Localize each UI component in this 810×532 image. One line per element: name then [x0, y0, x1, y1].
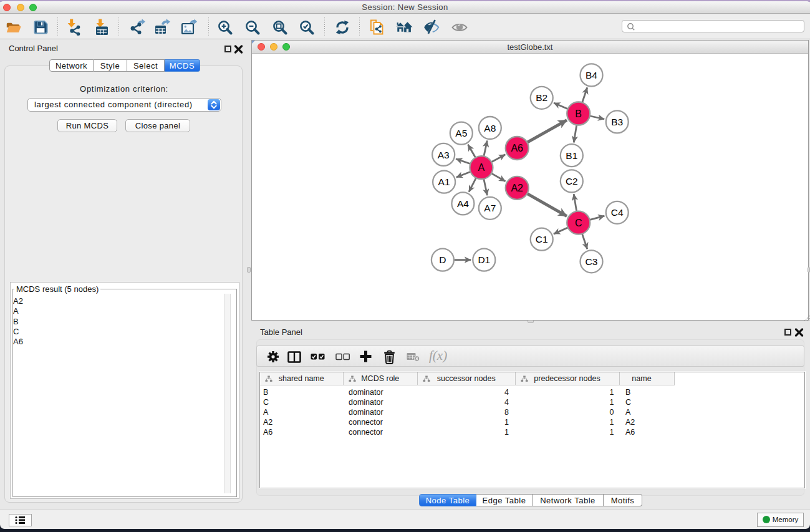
svg-text:A: A	[478, 162, 485, 173]
svg-text:D1: D1	[478, 254, 490, 265]
svg-text:C2: C2	[566, 176, 578, 186]
svg-text:A8: A8	[484, 123, 496, 133]
svg-text:B3: B3	[611, 117, 623, 127]
svg-text:A4: A4	[457, 198, 469, 209]
svg-text:A3: A3	[438, 150, 450, 160]
svg-text:A5: A5	[455, 128, 467, 138]
svg-text:A6: A6	[511, 143, 523, 153]
svg-text:B: B	[575, 109, 582, 119]
svg-text:D: D	[439, 254, 446, 265]
svg-text:A2: A2	[511, 183, 523, 193]
svg-text:C1: C1	[536, 234, 548, 244]
svg-text:A1: A1	[438, 177, 450, 187]
svg-text:B4: B4	[586, 70, 597, 80]
svg-text:B1: B1	[566, 150, 577, 161]
svg-text:B2: B2	[536, 92, 547, 103]
svg-text:C: C	[575, 218, 582, 228]
svg-text:C3: C3	[586, 256, 598, 267]
svg-text:C4: C4	[611, 207, 624, 218]
svg-text:A7: A7	[484, 203, 496, 213]
